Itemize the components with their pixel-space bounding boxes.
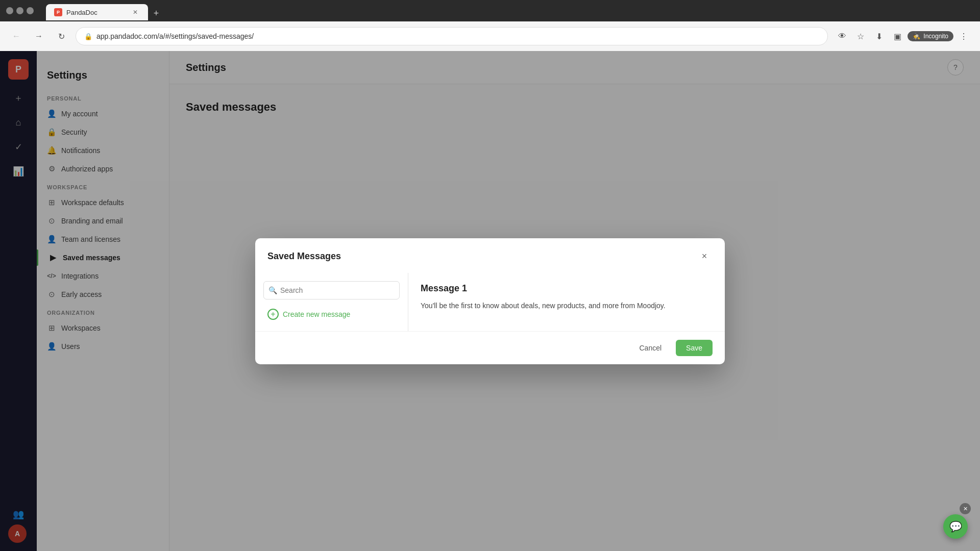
maximize-button[interactable] (16, 7, 23, 14)
tab-close-button[interactable]: ✕ (131, 8, 140, 17)
search-wrapper: 🔍 (263, 281, 400, 299)
sidebar-toggle-icon[interactable]: ▣ (889, 28, 905, 44)
url-bar[interactable]: 🔒 app.pandadoc.com/a/#/settings/saved-me… (76, 27, 828, 45)
modal-footer: Cancel Save (255, 331, 725, 364)
browser-chrome: P PandaDoc ✕ + ← → ↻ 🔒 app.pandadoc.com/… (0, 0, 980, 51)
chat-widget-button[interactable]: 💬 (943, 514, 968, 539)
create-plus-icon: + (267, 309, 279, 320)
chat-icon: 💬 (949, 520, 962, 533)
download-icon[interactable]: ⬇ (871, 28, 887, 44)
window-controls (6, 7, 34, 14)
modal-overlay[interactable]: Saved Messages × 🔍 + Create new message … (0, 51, 980, 551)
lock-icon: 🔒 (84, 33, 92, 40)
forward-button[interactable]: → (31, 28, 47, 44)
bookmark-icon[interactable]: ☆ (852, 28, 869, 44)
modal-header: Saved Messages × (255, 238, 725, 273)
incognito-icon: 🕵 (913, 33, 920, 40)
message-title: Message 1 (421, 283, 713, 294)
modal-close-button[interactable]: × (696, 248, 713, 265)
modal-body: 🔍 + Create new message Message 1 You'll … (255, 273, 725, 331)
toolbar-icons: 👁 ☆ ⬇ ▣ 🕵 Incognito ⋮ (834, 28, 972, 44)
chat-close-button[interactable]: ✕ (960, 503, 971, 514)
back-button[interactable]: ← (8, 28, 24, 44)
active-tab[interactable]: P PandaDoc ✕ (46, 4, 148, 20)
address-bar-row: ← → ↻ 🔒 app.pandadoc.com/a/#/settings/sa… (0, 21, 980, 51)
tab-bar: P PandaDoc ✕ + (42, 1, 167, 20)
incognito-label: Incognito (923, 33, 948, 40)
modal-right-panel: Message 1 You'll be the first to know ab… (408, 273, 725, 331)
browser-top-bar: P PandaDoc ✕ + (0, 0, 980, 21)
reload-button[interactable]: ↻ (53, 28, 69, 44)
tab-title: PandaDoc (66, 9, 97, 16)
create-new-label: Create new message (283, 310, 350, 318)
close-window-button[interactable] (27, 7, 34, 14)
modal-left-panel: 🔍 + Create new message (255, 273, 408, 331)
message-body: You'll be the first to know about deals,… (421, 300, 713, 311)
minimize-button[interactable] (6, 7, 13, 14)
cancel-button[interactable]: Cancel (631, 340, 670, 356)
save-button[interactable]: Save (676, 340, 713, 356)
saved-messages-modal: Saved Messages × 🔍 + Create new message … (255, 238, 725, 364)
url-text: app.pandadoc.com/a/#/settings/saved-mess… (96, 32, 254, 40)
incognito-badge: 🕵 Incognito (908, 31, 953, 41)
menu-button[interactable]: ⋮ (955, 28, 972, 44)
search-icon: 🔍 (268, 286, 277, 294)
new-tab-button[interactable]: + (149, 6, 163, 20)
create-new-message-button[interactable]: + Create new message (263, 306, 400, 323)
tab-favicon: P (54, 8, 62, 16)
modal-title: Saved Messages (267, 251, 341, 262)
eye-off-icon[interactable]: 👁 (834, 28, 850, 44)
search-input[interactable] (263, 281, 400, 299)
